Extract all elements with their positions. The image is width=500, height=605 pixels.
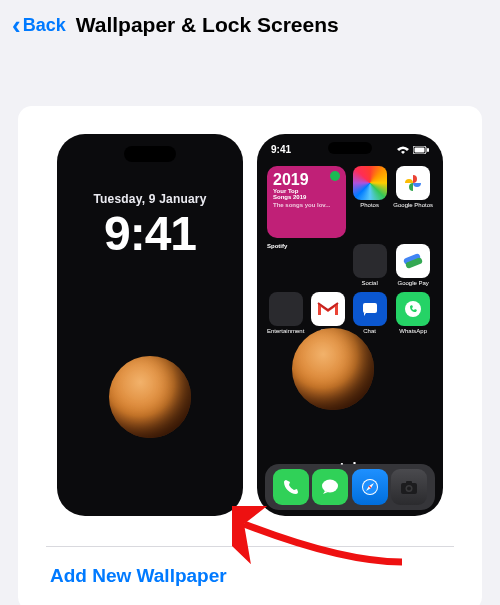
safari-icon — [352, 469, 388, 505]
add-wallpaper-row[interactable]: Add New Wallpaper — [46, 547, 454, 591]
battery-icon — [413, 146, 429, 154]
home-screen-preview[interactable]: 9:41 2019 Your Top Songs 2019 The songs … — [257, 134, 443, 516]
moon-wallpaper-icon — [109, 356, 191, 438]
widget-line2: Songs 2019 — [273, 194, 340, 200]
photos-icon — [353, 166, 387, 200]
phone-icon — [273, 469, 309, 505]
app-whatsapp: WhatsApp — [393, 292, 433, 334]
back-label: Back — [23, 15, 66, 36]
wifi-icon — [397, 146, 409, 154]
chat-icon — [353, 292, 387, 326]
wallpaper-previews: Tuesday, 9 January 9:41 9:41 2019 Your T… — [46, 134, 454, 516]
add-new-wallpaper-link[interactable]: Add New Wallpaper — [50, 565, 227, 586]
status-time: 9:41 — [271, 144, 291, 155]
lock-screen-preview[interactable]: Tuesday, 9 January 9:41 — [57, 134, 243, 516]
app-google-pay: Google Pay — [393, 244, 433, 286]
svg-point-5 — [322, 480, 338, 493]
svg-rect-1 — [415, 147, 425, 152]
status-icons — [397, 146, 429, 154]
google-pay-icon — [396, 244, 430, 278]
page-title: Wallpaper & Lock Screens — [76, 13, 339, 37]
svg-point-10 — [407, 487, 411, 491]
lock-screen-time: 9:41 — [57, 206, 243, 261]
dock — [265, 464, 435, 510]
back-button[interactable]: ‹ Back — [12, 12, 66, 38]
app-chat: Chat — [352, 292, 387, 334]
app-google-photos: Google Photos — [393, 166, 433, 238]
lock-screen-date: Tuesday, 9 January — [57, 192, 243, 206]
chevron-left-icon: ‹ — [12, 12, 21, 38]
dynamic-island-icon — [328, 142, 372, 154]
spotify-widget: 2019 Your Top Songs 2019 The songs you l… — [267, 166, 346, 238]
camera-icon — [391, 469, 427, 505]
moon-wallpaper-icon — [292, 328, 374, 410]
spotify-icon — [330, 171, 340, 181]
app-social: Social — [352, 244, 387, 286]
app-grid: 2019 Your Top Songs 2019 The songs you l… — [267, 166, 433, 334]
header-bar: ‹ Back Wallpaper & Lock Screens — [0, 0, 500, 50]
google-photos-icon — [396, 166, 430, 200]
dynamic-island-icon — [124, 146, 176, 162]
wallpaper-card: Tuesday, 9 January 9:41 9:41 2019 Your T… — [18, 106, 482, 605]
widget-app-label: Spotify — [267, 243, 346, 249]
folder-icon — [353, 244, 387, 278]
app-photos: Photos — [352, 166, 387, 238]
folder-icon — [269, 292, 303, 326]
widget-sub: The songs you lov... — [273, 202, 340, 208]
svg-rect-11 — [406, 481, 412, 484]
app-entertainment: Entertainment — [267, 292, 304, 334]
svg-rect-2 — [427, 148, 429, 152]
whatsapp-icon — [396, 292, 430, 326]
svg-rect-3 — [363, 303, 377, 313]
messages-icon — [312, 469, 348, 505]
svg-point-4 — [405, 301, 421, 317]
gmail-icon — [311, 292, 345, 326]
